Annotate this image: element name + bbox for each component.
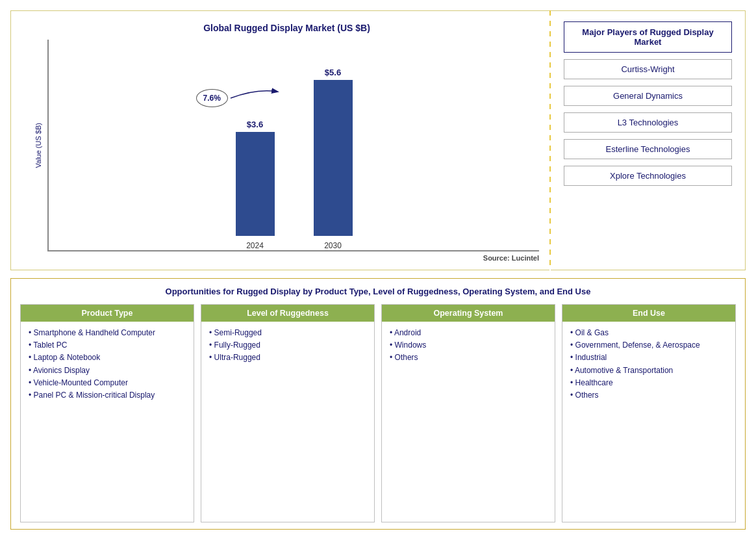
- player-curtiss-wright: Curtiss-Wright: [564, 59, 732, 79]
- bar-label-2024: 2024: [246, 241, 264, 250]
- item-end-1: Oil & Gas: [569, 327, 729, 339]
- content-os: Android Windows Others: [382, 322, 555, 522]
- header-end-use: End Use: [562, 305, 735, 322]
- item-end-6: Others: [569, 389, 729, 402]
- player-esterline-technologies: Esterline Technologies: [564, 139, 732, 159]
- column-product-type: Product Type Smartphone & Handheld Compu…: [20, 304, 194, 522]
- header-ruggedness: Level of Ruggedness: [201, 305, 374, 322]
- bar-2030: [314, 80, 353, 236]
- source-text: Source: Lucintel: [34, 254, 539, 262]
- item-product-6: Panel PC & Mission-critical Display: [27, 389, 187, 402]
- column-end-use: End Use Oil & Gas Government, Defense, &…: [562, 304, 736, 522]
- y-axis-label: Value (US $B): [34, 123, 42, 168]
- item-product-5: Vehicle-Mounted Computer: [27, 377, 187, 389]
- bar-group-2024: $3.6 2024: [236, 120, 275, 250]
- column-ruggedness: Level of Ruggedness Semi-Rugged Fully-Ru…: [201, 304, 375, 522]
- item-os-2: Windows: [388, 339, 548, 352]
- bars-row: $3.6 2024 $5.6 2030: [47, 40, 539, 251]
- bars-container: $3.6 2024 $5.6 2030: [47, 40, 539, 251]
- item-product-1: Smartphone & Handheld Computer: [27, 327, 187, 339]
- bar-value-2030: $5.6: [325, 68, 341, 77]
- item-end-3: Industrial: [569, 352, 729, 364]
- content-end-use: Oil & Gas Government, Defense, & Aerospa…: [562, 322, 735, 522]
- column-os: Operating System Android Windows Others: [381, 304, 555, 522]
- cagr-arrow-svg: [231, 85, 283, 111]
- chart-section: Global Rugged Display Market (US $B) Val…: [10, 10, 549, 270]
- players-title: Major Players of Rugged Display Market: [564, 21, 732, 53]
- columns-wrapper: Product Type Smartphone & Handheld Compu…: [20, 304, 736, 522]
- bar-group-2030: $5.6 2030: [314, 68, 353, 250]
- opportunities-title: Opportunities for Rugged Display by Prod…: [20, 287, 736, 296]
- item-end-4: Automotive & Transportation: [569, 365, 729, 377]
- header-os: Operating System: [382, 305, 555, 322]
- chart-area: Value (US $B) $3.6 2024 $5.6: [34, 40, 539, 251]
- item-product-4: Avionics Display: [27, 365, 187, 377]
- bottom-section: Opportunities for Rugged Display by Prod…: [10, 278, 746, 530]
- bar-label-2030: 2030: [324, 241, 342, 250]
- cagr-bubble: 7.6%: [196, 89, 228, 107]
- item-rugged-1: Semi-Rugged: [208, 327, 368, 339]
- players-section: Major Players of Rugged Display Market C…: [551, 10, 746, 270]
- item-product-2: Tablet PC: [27, 339, 187, 352]
- chart-title: Global Rugged Display Market (US $B): [203, 23, 370, 33]
- content-product-type: Smartphone & Handheld Computer Tablet PC…: [21, 322, 194, 522]
- item-os-1: Android: [388, 327, 548, 339]
- bar-value-2024: $3.6: [247, 120, 263, 129]
- cagr-annotation: 7.6%: [196, 85, 283, 111]
- item-end-2: Government, Defense, & Aerospace: [569, 339, 729, 352]
- item-product-3: Laptop & Notebook: [27, 352, 187, 364]
- top-section: Global Rugged Display Market (US $B) Val…: [10, 10, 746, 270]
- bar-2024: [236, 132, 275, 236]
- item-rugged-3: Ultra-Rugged: [208, 352, 368, 364]
- player-general-dynamics: General Dynamics: [564, 86, 732, 106]
- item-end-5: Healthcare: [569, 377, 729, 389]
- item-os-3: Others: [388, 352, 548, 364]
- main-wrapper: Global Rugged Display Market (US $B) Val…: [0, 0, 756, 540]
- item-rugged-2: Fully-Rugged: [208, 339, 368, 352]
- player-xplore-technologies: Xplore Technologies: [564, 166, 732, 186]
- header-product-type: Product Type: [21, 305, 194, 322]
- player-l3-technologies: L3 Technologies: [564, 112, 732, 133]
- content-ruggedness: Semi-Rugged Fully-Rugged Ultra-Rugged: [201, 322, 374, 522]
